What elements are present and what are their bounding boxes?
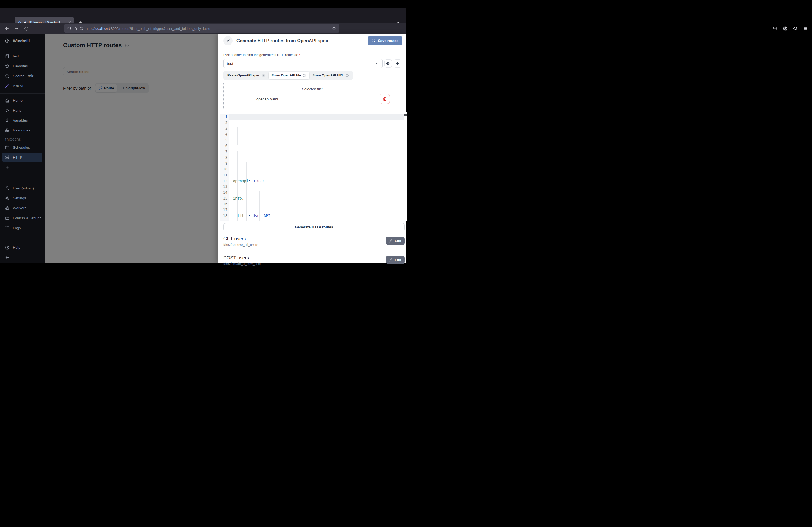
indent-guide: [237, 127, 238, 145]
star-icon: [5, 64, 10, 69]
building-icon: [5, 54, 10, 59]
url-bar[interactable]: http://localhost:3000/routes?filter_path…: [64, 24, 339, 33]
code-line: title: User API: [233, 213, 404, 219]
remove-file-button[interactable]: [380, 94, 390, 104]
sidebar-item-runs[interactable]: Runs: [0, 106, 45, 115]
search-icon: [5, 74, 10, 78]
sidebar-item-variables[interactable]: Variables: [0, 116, 45, 125]
gear-icon: [5, 196, 10, 200]
route-path: f/test/retrieve_all_users: [223, 243, 405, 246]
sidebar-item-search[interactable]: Search ⌘k: [0, 71, 45, 80]
reload-icon: [24, 26, 29, 31]
scrollbar-thumb[interactable]: [404, 114, 406, 116]
indent-guide: [242, 156, 242, 221]
sidebar-item-workspace[interactable]: test: [0, 51, 45, 61]
sidebar-item-settings[interactable]: Settings: [0, 194, 45, 202]
sidebar-item-logs[interactable]: Logs: [0, 223, 45, 232]
line-numbers: 12 34 56 78 910 1112 1314 1516 1718: [220, 114, 229, 221]
route-icon: [5, 155, 10, 160]
sidebar-add-trigger[interactable]: [0, 163, 45, 172]
route-name: GET users: [223, 236, 405, 242]
arrow-left-icon: [4, 26, 10, 31]
search-shortcut: ⌘k: [28, 74, 34, 78]
route-path: f/test/create_a_new_user: [223, 262, 405, 264]
pencil-icon: [389, 258, 393, 261]
close-icon: [226, 39, 230, 43]
sidebar-item-user[interactable]: User (admin): [0, 183, 45, 193]
eye-icon: [386, 61, 390, 65]
sidebar-item-workers[interactable]: Workers: [0, 204, 45, 212]
info-icon[interactable]: [303, 74, 306, 77]
info-icon[interactable]: [345, 74, 349, 77]
tab-from-file[interactable]: From OpenAPI file: [269, 72, 309, 79]
drawer-body: Pick a folder to bind the generated HTTP…: [218, 47, 406, 109]
code-line: info:: [233, 196, 404, 201]
reload-button[interactable]: [22, 24, 31, 33]
view-folder-button[interactable]: [384, 59, 392, 67]
sidebar-divider: [0, 93, 45, 94]
url-text[interactable]: http://localhost:3000/routes?filter_path…: [86, 27, 330, 31]
sidebar: Windmill test Favorites Search ⌘k Ask AI…: [0, 34, 45, 264]
code-lines: openapi: 3.0.0 info: title: User API ver…: [233, 114, 404, 221]
tab-paste-spec[interactable]: Paste OpenAPI spec: [224, 72, 269, 79]
sidebar-item-ask-ai[interactable]: Ask AI: [0, 81, 45, 90]
list-icon: [5, 226, 10, 230]
info-icon[interactable]: [262, 74, 265, 77]
save-routes-button[interactable]: Save routes: [368, 36, 402, 45]
edit-route-button[interactable]: Edit: [386, 256, 405, 264]
sidebar-collapse-button[interactable]: [0, 253, 45, 262]
sidebar-item-folders[interactable]: Folders & Groups...: [0, 213, 45, 223]
route-name: POST users: [223, 255, 405, 261]
play-icon: [5, 108, 10, 113]
forward-button[interactable]: [12, 24, 21, 33]
sidebar-item-favorites[interactable]: Favorites: [0, 61, 45, 71]
folder-icon: [5, 216, 10, 220]
browser-tab-strip: HTTP triggers | Windmill: [0, 7, 406, 22]
tab-from-url[interactable]: From OpenAPI URL: [309, 72, 352, 79]
sidebar-item-schedules[interactable]: Schedules: [0, 143, 45, 152]
shield-icon[interactable]: [67, 27, 71, 31]
add-folder-button[interactable]: [394, 59, 402, 67]
trash-icon: [383, 97, 387, 101]
required-asterisk: *: [299, 53, 301, 57]
folder-select-row: test: [223, 59, 402, 68]
dollar-icon: [5, 118, 10, 123]
wand-icon: [5, 84, 10, 88]
arrow-right-icon: [14, 26, 19, 31]
indent-guide: [264, 197, 264, 221]
drawer-close-button[interactable]: [223, 36, 233, 45]
indent-guide: [259, 191, 260, 221]
sidebar-item-http[interactable]: HTTP: [2, 153, 42, 162]
folder-select[interactable]: test: [223, 59, 383, 68]
code-line: openapi: 3.0.0: [233, 178, 404, 184]
generated-route-row: GET users f/test/retrieve_all_users Edit: [223, 236, 405, 246]
triggers-section-label: TRIGGERS: [0, 136, 45, 143]
permissions-icon[interactable]: [79, 26, 84, 31]
generate-routes-button[interactable]: Generate HTTP routes: [223, 223, 405, 231]
help-icon: [5, 245, 10, 250]
edit-route-button[interactable]: Edit: [386, 237, 405, 245]
folder-label: Pick a folder to bind the generated HTTP…: [223, 53, 402, 57]
back-button[interactable]: [3, 24, 11, 33]
sidebar-item-help[interactable]: Help: [0, 243, 45, 252]
windmill-brand[interactable]: Windmill: [0, 34, 45, 47]
chevron-down-icon: [375, 62, 379, 65]
selected-file-name: openapi.yaml: [257, 97, 278, 101]
indent-guide: [255, 180, 255, 221]
app-window: Windmill test Favorites Search ⌘k Ask AI…: [0, 34, 406, 264]
sidebar-item-resources[interactable]: Resources: [0, 125, 45, 135]
sidebar-item-home[interactable]: Home: [0, 96, 45, 105]
calendar-icon: [5, 145, 10, 150]
drawer-header: Generate HTTP routes from OpenAPI spec S…: [218, 34, 406, 47]
arrow-left-icon: [5, 255, 10, 260]
code-editor[interactable]: 12 34 56 78 910 1112 1314 1516 1718: [220, 112, 406, 221]
robot-icon: [5, 206, 10, 210]
save-icon: [372, 39, 376, 43]
generate-routes-drawer: Generate HTTP routes from OpenAPI spec S…: [218, 34, 406, 264]
bookmark-star-icon[interactable]: [332, 26, 336, 31]
macos-menubar: [0, 0, 406, 7]
plus-icon: [395, 61, 400, 65]
user-icon: [5, 186, 10, 191]
page-info-icon[interactable]: [73, 27, 77, 31]
indent-guide: [237, 151, 238, 221]
